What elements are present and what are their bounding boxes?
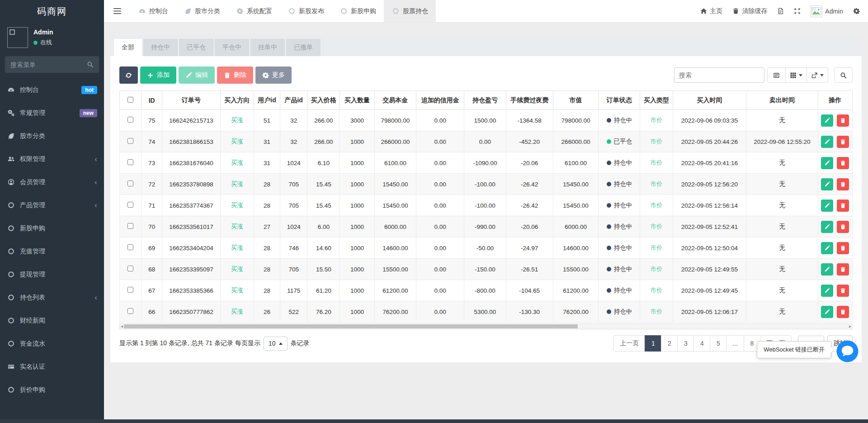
row-checkbox[interactable] [127, 181, 133, 186]
settings-button[interactable] [853, 8, 860, 14]
list-view-icon [773, 72, 780, 79]
topnav-item[interactable]: 控制台 [130, 0, 176, 22]
row-delete-button[interactable] [837, 157, 849, 169]
home-link[interactable]: 主页 [700, 7, 722, 15]
page-button[interactable]: 上一页 [613, 335, 645, 352]
row-edit-button[interactable] [821, 242, 833, 254]
topnav-item[interactable]: 新股申购 [332, 0, 384, 22]
export-button[interactable] [807, 67, 828, 83]
row-delete-button[interactable] [837, 306, 849, 318]
page-button[interactable]: 5 [710, 335, 726, 352]
row-delete-button[interactable] [837, 285, 849, 297]
page-button[interactable]: 2 [661, 335, 678, 352]
sidebar-menu-item[interactable]: 权限管理 ‹ [0, 147, 104, 171]
circle-icon [7, 386, 15, 393]
row-delete-button[interactable] [837, 221, 849, 233]
sidebar-menu-item[interactable]: 持仓列表 ‹ [0, 286, 104, 309]
filter-tab[interactable]: 已平仓 [179, 39, 213, 56]
row-edit-button[interactable] [821, 200, 833, 212]
sidebar-toggle-button[interactable] [104, 0, 130, 22]
filter-tab[interactable]: 平仓中 [215, 39, 249, 56]
status-dot-icon [607, 182, 611, 186]
row-delete-button[interactable] [837, 242, 849, 254]
row-delete-button[interactable] [837, 178, 849, 190]
filter-tab[interactable]: 持仓中 [143, 39, 178, 56]
clear-cache-link[interactable]: 清除缓存 [732, 7, 767, 15]
topnav-item[interactable]: 系统配置 [228, 0, 280, 22]
row-edit-button[interactable] [821, 157, 833, 169]
topnav-item[interactable]: 新股发布 [280, 0, 332, 22]
sidebar-menu-item[interactable]: 新股申购 [0, 217, 104, 240]
row-checkbox[interactable] [127, 117, 133, 123]
cell-direction: 买涨 [220, 174, 254, 195]
search-submit-button[interactable] [834, 67, 853, 83]
sidebar-menu-item[interactable]: 会员管理 ‹ [0, 171, 104, 194]
users-icon [7, 156, 15, 162]
table-search-input[interactable] [674, 67, 764, 83]
scrollbar-thumb[interactable] [124, 324, 578, 328]
row-edit-button[interactable] [821, 178, 833, 190]
fullscreen-button[interactable] [794, 8, 801, 14]
sidebar-menu-item[interactable]: 财经新闻 [0, 309, 104, 332]
detail-view-button[interactable] [767, 67, 786, 83]
more-button[interactable]: 更多 [255, 67, 292, 84]
row-delete-button[interactable] [837, 200, 849, 212]
sidebar-menu-item[interactable]: 实名认证 [0, 355, 104, 378]
row-checkbox[interactable] [127, 202, 133, 208]
row-delete-button[interactable] [837, 136, 849, 148]
page-button[interactable]: 1 [645, 335, 661, 352]
circle-icon [392, 8, 400, 14]
refresh-button[interactable] [119, 67, 138, 84]
row-edit-button[interactable] [821, 285, 833, 297]
row-delete-button[interactable] [837, 114, 849, 127]
row-edit-button[interactable] [821, 306, 833, 318]
page-button[interactable]: ... [726, 335, 744, 352]
row-checkbox[interactable] [127, 223, 133, 229]
row-checkbox[interactable] [127, 308, 133, 314]
row-edit-button[interactable] [821, 136, 833, 148]
topnav-item-label: 新股发布 [299, 7, 324, 15]
user-menu[interactable]: Admin [811, 5, 843, 17]
row-checkbox[interactable] [127, 287, 133, 293]
sidebar-menu-item[interactable]: 提现管理 [0, 263, 104, 286]
row-edit-button[interactable] [821, 263, 833, 276]
row-edit-button[interactable] [821, 221, 833, 233]
cell-direction: 买涨 [220, 301, 254, 323]
add-button[interactable]: 添加 [140, 67, 176, 84]
filter-tab[interactable]: 全部 [114, 39, 142, 56]
edit-button[interactable]: 编辑 [179, 67, 215, 84]
row-checkbox[interactable] [127, 266, 133, 271]
topnav-item[interactable]: 股票持仓 [384, 0, 436, 22]
horizontal-scrollbar[interactable] [119, 323, 853, 329]
select-all-checkbox[interactable] [127, 97, 133, 103]
page-size-dropdown[interactable]: 10 [264, 337, 288, 351]
cell-product-id: 705 [280, 174, 307, 195]
chat-bubble-button[interactable] [836, 340, 859, 362]
row-checkbox[interactable] [127, 138, 133, 144]
topnav-item[interactable]: 股市分类 [176, 0, 228, 22]
page-button[interactable]: 3 [677, 335, 694, 352]
scroll-left-arrow-icon[interactable] [121, 325, 123, 328]
row-checkbox[interactable] [127, 244, 133, 250]
file-icon-button[interactable] [777, 8, 784, 14]
sidebar-search-input[interactable] [10, 61, 87, 68]
row-checkbox[interactable] [127, 159, 133, 165]
sidebar-menu-item[interactable]: 充值管理 [0, 240, 104, 263]
delete-button[interactable]: 删除 [217, 67, 253, 84]
scroll-right-arrow-icon[interactable] [849, 325, 851, 328]
row-edit-button[interactable] [821, 114, 833, 127]
page-button[interactable]: 4 [693, 335, 710, 352]
sidebar-menu-item[interactable]: 产品管理 ‹ [0, 194, 104, 217]
sidebar-menu-item[interactable]: 股市分类 [0, 124, 104, 147]
columns-button[interactable] [786, 67, 807, 83]
sidebar-menu-item[interactable]: 资金流水 [0, 332, 104, 355]
sidebar-menu-item[interactable]: 控制台 hot [0, 78, 104, 101]
row-delete-button[interactable] [837, 263, 849, 276]
sidebar-menu-item[interactable]: 折价申购 [0, 378, 104, 401]
sidebar-menu-item[interactable]: 常规管理 new [0, 101, 104, 124]
table-body: 75 1662426215713 买涨 51 32 266.00 3000 79… [120, 110, 853, 323]
cell-market-value: 798000.00 [553, 110, 598, 131]
filter-tab[interactable]: 已撤单 [286, 39, 321, 56]
filter-tab[interactable]: 挂单中 [250, 39, 285, 56]
cell-actions [818, 280, 852, 301]
